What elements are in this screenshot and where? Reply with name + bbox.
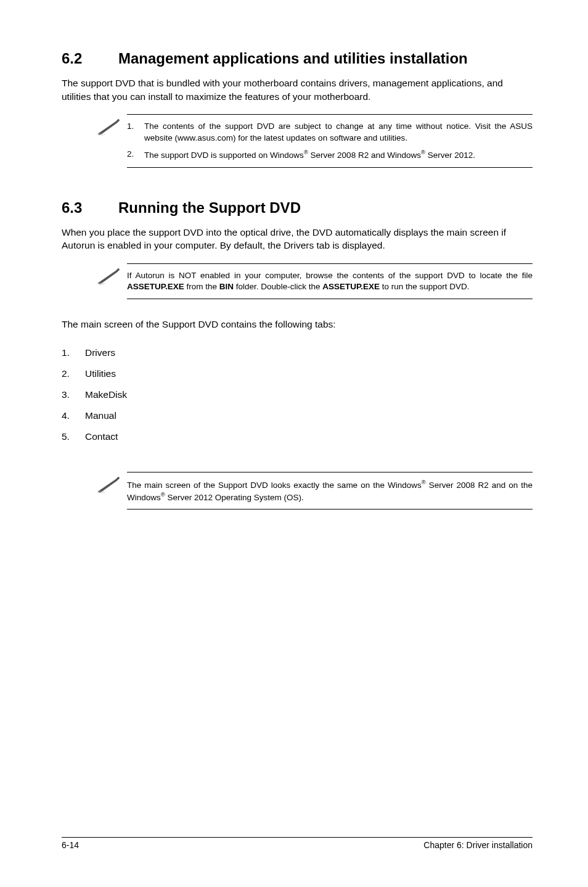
footer-page-number: 6-14 <box>62 840 79 850</box>
svg-point-0 <box>97 134 105 136</box>
note-item-text: The contents of the support DVD are subj… <box>144 121 533 143</box>
page: 6.2 Management applications and utilitie… <box>0 0 588 887</box>
note-item: 2. The support DVD is supported on Windo… <box>127 146 533 163</box>
list-item-label: Utilities <box>85 368 116 379</box>
list-item-label: Manual <box>85 410 116 421</box>
section-number: 6.3 <box>62 199 118 217</box>
section-body: When you place the support DVD into the … <box>62 226 533 252</box>
note-block: If Autorun is NOT enabled in your comput… <box>96 263 533 299</box>
list-item: 1. Drivers <box>62 342 533 363</box>
note-text: The main screen of the Support DVD looks… <box>127 476 533 505</box>
list-item: 4. Manual <box>62 405 533 426</box>
section-body: The support DVD that is bundled with you… <box>62 76 533 103</box>
note-item-number: 2. <box>127 149 144 161</box>
note-item-number: 1. <box>127 121 144 143</box>
note-block: The main screen of the Support DVD looks… <box>96 472 533 510</box>
list-item-label: Drivers <box>85 347 115 358</box>
list-item-number: 3. <box>62 389 85 400</box>
footer-chapter: Chapter 6: Driver installation <box>423 840 533 850</box>
section-heading-6-2: 6.2 Management applications and utilitie… <box>62 49 533 68</box>
list-item-number: 2. <box>62 368 85 379</box>
section-heading-6-3: 6.3 Running the Support DVD <box>62 199 533 217</box>
note-item: 1. The contents of the support DVD are s… <box>127 118 533 146</box>
svg-point-2 <box>97 492 105 493</box>
list-item-label: Contact <box>85 431 118 442</box>
list-item-number: 4. <box>62 410 85 421</box>
section-title: Running the Support DVD <box>118 199 301 217</box>
pen-icon <box>96 472 127 497</box>
list-item: 2. Utilities <box>62 363 533 384</box>
note-block: 1. The contents of the support DVD are s… <box>96 114 533 167</box>
note-item-text: The support DVD is supported on Windows®… <box>144 149 533 161</box>
note-content: 1. The contents of the support DVD are s… <box>127 114 533 167</box>
pen-icon <box>96 263 127 288</box>
note-content: The main screen of the Support DVD looks… <box>127 472 533 510</box>
pen-icon <box>96 114 127 139</box>
section-title: Management applications and utilities in… <box>118 49 468 68</box>
list-intro: The main screen of the Support DVD conta… <box>62 318 533 331</box>
page-footer: 6-14 Chapter 6: Driver installation <box>62 837 533 850</box>
note-text: If Autorun is NOT enabled in your comput… <box>127 268 533 295</box>
section-number: 6.2 <box>62 49 118 68</box>
tab-list: 1. Drivers 2. Utilities 3. MakeDisk 4. M… <box>62 342 533 447</box>
list-item: 3. MakeDisk <box>62 384 533 405</box>
svg-point-1 <box>97 283 105 284</box>
list-item: 5. Contact <box>62 426 533 447</box>
list-item-label: MakeDisk <box>85 389 127 400</box>
list-item-number: 1. <box>62 347 85 358</box>
note-content: If Autorun is NOT enabled in your comput… <box>127 263 533 299</box>
list-item-number: 5. <box>62 431 85 442</box>
